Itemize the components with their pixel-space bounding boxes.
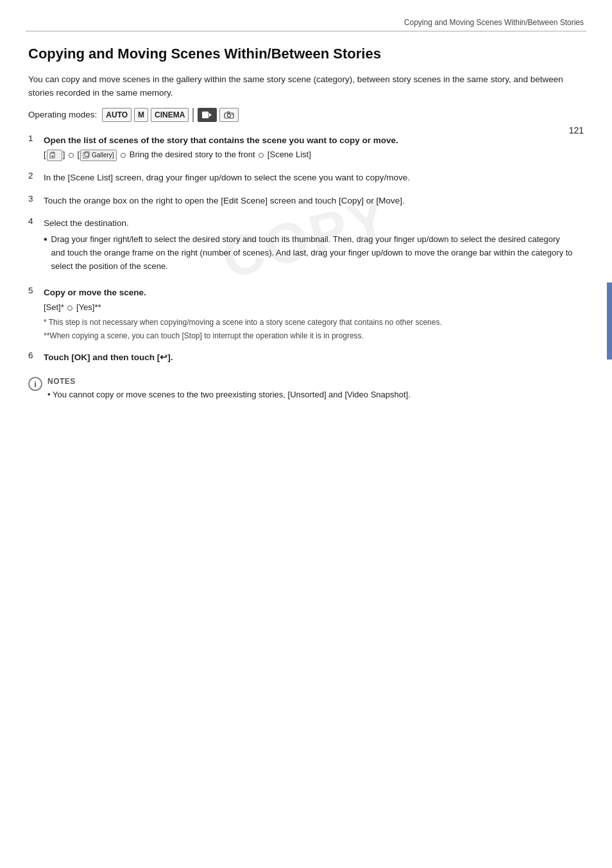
step-5: 5 Copy or move the scene. [Set]* [Yes]**… — [28, 286, 574, 341]
step-5-content: Copy or move the scene. [Set]* [Yes]** *… — [44, 286, 574, 341]
step-2-number: 2 — [28, 171, 38, 180]
step-5-sub: [Set]* [Yes]** — [44, 301, 574, 315]
svg-rect-0 — [202, 112, 208, 118]
bullet-item-1: • Drag your finger right/left to select … — [44, 233, 574, 273]
circle-dot-1 — [69, 153, 74, 158]
step-4-number: 4 — [28, 216, 38, 226]
mode-separator — [192, 108, 194, 122]
step-1-text: Open the list of scenes of the story tha… — [44, 135, 398, 145]
story-icon: ► — [47, 150, 62, 161]
step-3-content: Touch the orange box on the right to ope… — [44, 194, 574, 208]
gallery-icon: Gallery] — [80, 150, 116, 161]
footnote-1: * This step is not necessary when copyin… — [44, 317, 574, 328]
step-1: 1 Open the list of scenes of the story t… — [28, 134, 574, 162]
bullet-text-1: Drag your finger right/left to select th… — [51, 233, 574, 273]
circle-dot-2 — [121, 153, 126, 158]
circle-dot-3 — [259, 153, 264, 158]
mode-camera — [219, 108, 239, 122]
video-icon — [202, 111, 212, 119]
step-2: 2 In the [Scene List] screen, drag your … — [28, 171, 574, 185]
step-5-text: Copy or move the scene. — [44, 288, 146, 297]
step-2-content: In the [Scene List] screen, drag your fi… — [44, 171, 574, 185]
main-content: Copying and Moving Scenes Within/Between… — [28, 45, 574, 402]
mode-auto: AUTO — [102, 108, 132, 122]
svg-rect-5 — [232, 114, 233, 115]
step-3: 3 Touch the orange box on the right to o… — [28, 194, 574, 208]
step-1-number: 1 — [28, 134, 38, 143]
camera-icon — [224, 111, 234, 119]
header-right-text: Copying and Moving Scenes Within/Between… — [404, 18, 584, 27]
right-accent-bar — [607, 282, 612, 360]
footnote-2: **When copying a scene, you can touch [S… — [44, 330, 574, 342]
bullet-dot: • — [44, 233, 47, 245]
story-icon-svg: ► — [49, 152, 60, 159]
mode-cinema: CINEMA — [151, 108, 189, 122]
operating-modes-row: Operating modes: AUTO M CINEMA — [28, 108, 574, 122]
step-1-sub: [ ► ] [ — [44, 148, 574, 162]
step-6-text: Touch [OK] and then touch [↩]. — [44, 352, 173, 362]
step-4-bullets: • Drag your finger right/left to select … — [44, 233, 574, 273]
notes-section: i NOTES • You cannot copy or move scenes… — [28, 377, 574, 402]
page-container: Copying and Moving Scenes Within/Between… — [0, 0, 612, 868]
notes-content: NOTES • You cannot copy or move scenes t… — [47, 377, 574, 402]
intro-text: You can copy and move scenes in the gall… — [28, 73, 574, 100]
step-6-number: 6 — [28, 351, 38, 360]
top-rule — [26, 31, 586, 31]
svg-point-3 — [228, 114, 231, 117]
step-5-number: 5 — [28, 286, 38, 295]
svg-rect-9 — [83, 153, 89, 158]
steps-list: 1 Open the list of scenes of the story t… — [28, 134, 574, 365]
step-4: 4 Select the destination. • Drag your fi… — [28, 216, 574, 277]
step-6: 6 Touch [OK] and then touch [↩]. — [28, 351, 574, 365]
step-3-number: 3 — [28, 194, 38, 204]
svg-rect-4 — [227, 112, 230, 114]
notes-text: • You cannot copy or move scenes to the … — [47, 388, 574, 402]
op-modes-label: Operating modes: — [28, 110, 97, 119]
step-6-content: Touch [OK] and then touch [↩]. — [44, 351, 574, 365]
notes-title: NOTES — [47, 377, 574, 386]
step-4-content: Select the destination. • Drag your fing… — [44, 216, 574, 277]
notes-icon: i — [28, 377, 42, 391]
step-1-content: Open the list of scenes of the story tha… — [44, 134, 574, 162]
svg-marker-1 — [209, 113, 212, 117]
svg-text:►: ► — [51, 154, 55, 158]
mode-video-active — [198, 108, 217, 122]
circle-dot-5 — [67, 306, 72, 311]
gallery-icon-svg — [83, 152, 92, 159]
mode-m: M — [134, 108, 148, 122]
page-title: Copying and Moving Scenes Within/Between… — [28, 45, 574, 64]
